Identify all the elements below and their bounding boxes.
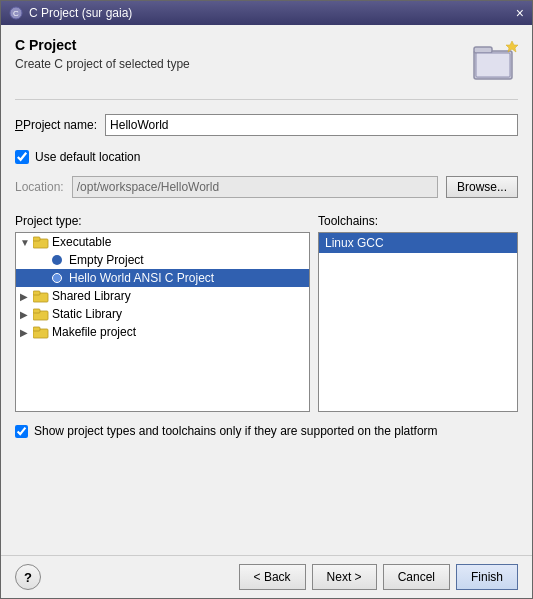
tree-item-hello-world[interactable]: Hello World ANSI C Project	[16, 269, 309, 287]
toolchain-linux-gcc-label: Linux GCC	[325, 236, 384, 250]
location-label: Location:	[15, 180, 64, 194]
header-section: C Project Create C project of selected t…	[15, 37, 518, 85]
toolchains-section: Toolchains: Linux GCC	[318, 214, 518, 412]
circle-icon-empty	[52, 255, 62, 265]
project-type-tree[interactable]: ▼ Executable Empty Project	[15, 232, 310, 412]
help-button[interactable]: ?	[15, 564, 41, 590]
expand-arrow-makefile: ▶	[20, 327, 30, 338]
circle-icon-hello	[52, 273, 62, 283]
expand-arrow-executable: ▼	[20, 237, 30, 248]
toolchains-header: Toolchains:	[318, 214, 518, 228]
default-location-row: Use default location	[15, 150, 518, 164]
cancel-button[interactable]: Cancel	[383, 564, 450, 590]
platform-checkbox-row: Show project types and toolchains only i…	[15, 424, 518, 438]
platform-checkbox-label: Show project types and toolchains only i…	[34, 424, 438, 438]
project-name-input[interactable]	[105, 114, 518, 136]
titlebar-left: C C Project (sur gaia)	[9, 6, 132, 20]
tree-item-makefile-label: Makefile project	[52, 325, 136, 339]
tree-item-static-library[interactable]: ▶ Static Library	[16, 305, 309, 323]
next-button[interactable]: Next >	[312, 564, 377, 590]
svg-rect-11	[33, 309, 40, 313]
svg-rect-3	[474, 47, 492, 53]
browse-button[interactable]: Browse...	[446, 176, 518, 198]
dialog-window: C C Project (sur gaia) × C Project Creat…	[0, 0, 533, 599]
titlebar: C C Project (sur gaia) ×	[1, 1, 532, 25]
svg-rect-13	[33, 327, 40, 331]
svg-rect-9	[33, 291, 40, 295]
footer: ? < Back Next > Cancel Finish	[1, 556, 532, 598]
page-title: C Project	[15, 37, 190, 53]
window-title: C Project (sur gaia)	[29, 6, 132, 20]
tree-item-shared-library[interactable]: ▶ Shared Library	[16, 287, 309, 305]
tree-item-hello-world-label: Hello World ANSI C Project	[69, 271, 214, 285]
platform-checkbox[interactable]	[15, 425, 28, 438]
folder-icon-shared	[33, 290, 49, 303]
project-type-section: Project type: ▼ Executable Empt	[15, 214, 310, 412]
tree-item-executable-label: Executable	[52, 235, 111, 249]
folder-icon-makefile	[33, 326, 49, 339]
location-input[interactable]	[72, 176, 438, 198]
tree-item-makefile[interactable]: ▶ Makefile project	[16, 323, 309, 341]
tree-item-shared-library-label: Shared Library	[52, 289, 131, 303]
close-button[interactable]: ×	[516, 6, 524, 20]
project-type-header: Project type:	[15, 214, 310, 228]
project-icon	[470, 37, 518, 85]
project-name-label: PProject name:	[15, 118, 97, 132]
expand-arrow-shared: ▶	[20, 291, 30, 302]
panels-container: Project type: ▼ Executable Empt	[15, 214, 518, 412]
expand-arrow-static: ▶	[20, 309, 30, 320]
tree-item-empty-project-label: Empty Project	[69, 253, 144, 267]
svg-text:C: C	[13, 9, 19, 18]
folder-icon-static	[33, 308, 49, 321]
toolchain-linux-gcc[interactable]: Linux GCC	[319, 233, 517, 253]
header-icon	[470, 37, 518, 85]
header-text: C Project Create C project of selected t…	[15, 37, 190, 71]
main-content: C Project Create C project of selected t…	[1, 25, 532, 549]
tree-item-static-library-label: Static Library	[52, 307, 122, 321]
default-location-label: Use default location	[35, 150, 140, 164]
project-name-row: PProject name:	[15, 114, 518, 136]
header-divider	[15, 99, 518, 100]
tree-item-empty-project[interactable]: Empty Project	[16, 251, 309, 269]
location-row: Location: Browse...	[15, 176, 518, 198]
folder-icon-executable	[33, 236, 49, 249]
page-subtitle: Create C project of selected type	[15, 57, 190, 71]
svg-rect-4	[476, 53, 510, 77]
toolchains-panel[interactable]: Linux GCC	[318, 232, 518, 412]
back-button[interactable]: < Back	[239, 564, 306, 590]
tree-item-executable[interactable]: ▼ Executable	[16, 233, 309, 251]
finish-button[interactable]: Finish	[456, 564, 518, 590]
svg-rect-7	[33, 237, 40, 241]
footer-buttons: < Back Next > Cancel Finish	[239, 564, 518, 590]
default-location-checkbox[interactable]	[15, 150, 29, 164]
app-icon: C	[9, 6, 23, 20]
